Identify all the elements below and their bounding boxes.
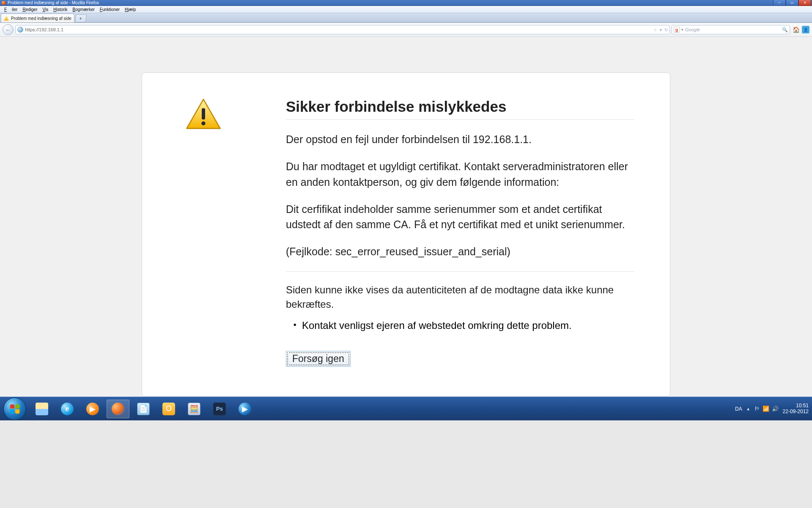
search-icon[interactable]: 🔍 [782,27,788,33]
menu-historik[interactable]: Historik [51,7,70,12]
menu-bogmaerker[interactable]: Bogmærker [70,7,97,12]
bookmark-star-icon[interactable]: ☆ [653,28,657,32]
home-button[interactable]: 🏠 [792,25,800,34]
error-p3: Dit cerfifikat indeholder samme serienum… [286,202,634,232]
taskbar-ie[interactable]: e [56,400,79,418]
window-titlebar: Problem med indlæsning af side - Mozilla… [0,0,812,6]
error-code: (Fejlkode: sec_error_reused_issuer_and_s… [286,244,634,259]
menu-hjaelp[interactable]: Hjælp [122,7,138,12]
search-engine-dropdown-icon[interactable]: ▾ [681,28,683,32]
tray-language[interactable]: DA [735,406,742,412]
profile-icon[interactable]: 👤 [802,26,809,33]
menu-vis[interactable]: Vis [40,7,51,12]
taskbar-outlook[interactable]: O [157,400,180,418]
window-title: Problem med indlæsning af side - Mozilla… [8,0,99,5]
tray-flag-icon[interactable]: 🏳 [754,406,760,412]
reload-button[interactable]: ↻ [664,28,668,32]
google-icon: g [674,27,680,33]
new-tab-button[interactable]: + [75,14,87,22]
search-box[interactable]: g ▾ Google 🔍 [672,25,790,34]
taskbar-calc[interactable]: 🧮 [183,400,206,418]
firefox-icon [2,1,6,5]
start-button[interactable] [3,398,26,420]
taskbar-media-orange[interactable]: ▶ [81,400,104,418]
taskbar-notepad[interactable]: 📄 [132,400,155,418]
history-dropdown-icon[interactable]: ▾ [660,28,662,32]
tray-time: 10:51 [783,403,809,409]
navigation-toolbar: ← https://192.168.1.1 ☆ ▾ ↻ g ▾ Google 🔍… [0,23,812,37]
divider [286,271,634,272]
tray-show-hidden-icon[interactable]: ▲ [746,407,750,411]
tray-volume-icon[interactable]: 🔊 [772,406,779,412]
error-p1: Der opstod en fejl under forbindelsen ti… [286,132,634,147]
error-bullet: Kontakt venligst ejeren af webstedet omk… [294,320,634,331]
window-close-button[interactable]: ✕ [798,0,811,6]
page-viewport: Sikker forbindelse mislykkedes Der opsto… [0,37,812,397]
error-aux: Siden kunne ikke vises da autenticiteten… [286,283,634,312]
menu-rediger[interactable]: Rediger [20,7,40,12]
svg-rect-1 [202,108,205,119]
window-maximize-button[interactable]: ▭ [786,0,798,6]
tab-active[interactable]: Problem med indlæsning af side [1,14,74,22]
retry-button[interactable]: Forsøg igen [286,351,351,367]
system-tray: DA ▲ 🏳 📶 🔊 10:51 22-09-2012 [735,403,809,414]
globe-icon [17,27,23,33]
search-placeholder: Google [685,27,780,32]
url-bar[interactable]: https://192.168.1.1 ☆ ▾ ↻ [15,25,670,34]
tray-date: 22-09-2012 [783,409,809,414]
warning-triangle-icon [185,98,222,130]
windows-taskbar: e ▶ 📄 O 🧮 Ps ▶ DA ▲ 🏳 📶 🔊 10:51 22-09-20… [0,397,812,420]
error-p2: Du har modtaget et ugyldigt certifikat. … [286,159,634,190]
tab-title: Problem med indlæsning af side [11,16,71,21]
svg-point-2 [201,121,205,125]
tab-strip: Problem med indlæsning af side + [0,13,812,23]
back-button[interactable]: ← [3,24,14,35]
menu-bar: Filer Rediger Vis Historik Bogmærker Fun… [0,6,812,13]
warning-icon [4,16,9,21]
error-heading: Sikker forbindelse mislykkedes [286,98,634,120]
menu-funktioner[interactable]: Funktioner [97,7,122,12]
tray-network-icon[interactable]: 📶 [763,406,769,412]
url-text: https://192.168.1.1 [25,27,652,32]
taskbar-photoshop[interactable]: Ps [208,400,231,418]
taskbar-wmp[interactable]: ▶ [233,400,256,418]
error-card: Sikker forbindelse mislykkedes Der opsto… [142,72,670,397]
tray-clock[interactable]: 10:51 22-09-2012 [783,403,809,414]
taskbar-explorer[interactable] [30,400,53,418]
menu-filer[interactable]: Filer [2,7,20,12]
window-minimize-button[interactable]: ─ [773,0,786,6]
taskbar-firefox[interactable] [107,400,129,418]
